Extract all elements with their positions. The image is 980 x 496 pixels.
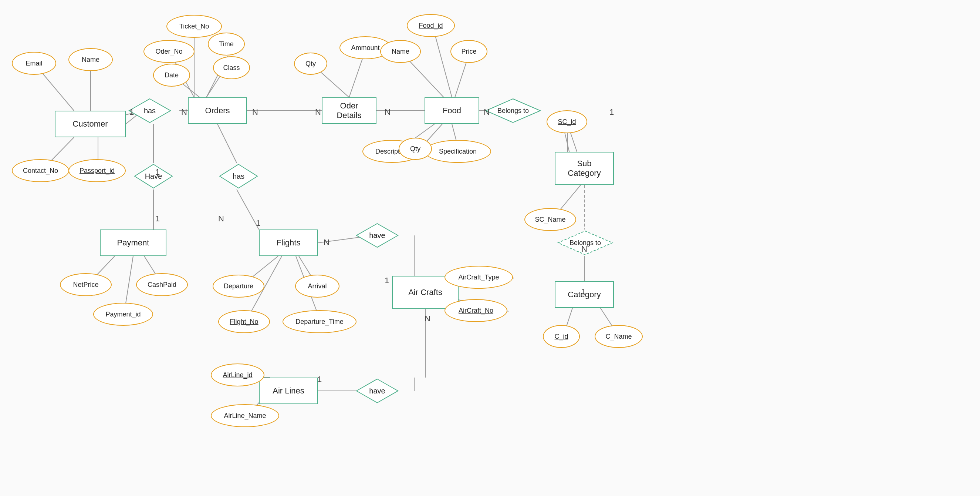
attr-price: Price bbox=[450, 40, 487, 63]
cardinality-n-orders-oderdetails: N bbox=[252, 107, 258, 117]
rel-has1: has bbox=[127, 97, 172, 124]
attr-scid: SC_id bbox=[547, 110, 587, 133]
cardinality-n-orders-has2: N bbox=[218, 214, 224, 223]
cardinality-n-belongs-subcategory: N bbox=[484, 107, 490, 117]
entity-flights: Flights bbox=[259, 230, 318, 256]
rel-have3: have bbox=[355, 378, 399, 404]
attr-departuretime: Departure_Time bbox=[283, 310, 356, 333]
entity-subcategory: Sub Category bbox=[555, 152, 614, 185]
entity-orders: Orders bbox=[188, 97, 247, 124]
attr-name-customer: Name bbox=[68, 48, 113, 71]
attr-arrival: Arrival bbox=[295, 275, 339, 298]
cardinality-1-have-payment: 1 bbox=[155, 214, 160, 223]
attr-qty-food: Qty bbox=[399, 138, 432, 160]
attr-foodid: Food_id bbox=[407, 14, 455, 37]
attr-ticketno: Ticket_No bbox=[166, 15, 222, 38]
attr-passportid: Passport_id bbox=[68, 159, 126, 182]
rel-has2: has bbox=[218, 163, 259, 190]
attr-contactno: Contact_No bbox=[12, 159, 69, 182]
attr-airlinename: AirLine_Name bbox=[211, 404, 279, 427]
attr-cashpaid: CashPaid bbox=[136, 273, 188, 296]
entity-customer: Customer bbox=[55, 111, 126, 137]
entity-oderdetails: Oder Details bbox=[322, 97, 377, 124]
cardinality-n-oderdetails-food: N bbox=[315, 107, 321, 117]
attr-cname: C_Name bbox=[595, 325, 643, 348]
attr-name-food: Name bbox=[380, 40, 421, 63]
cardinality-n-flights-have2: N bbox=[324, 238, 329, 247]
erd-diagram: Customer Orders Oder Details Food Paymen… bbox=[0, 0, 980, 496]
attr-cid: C_id bbox=[543, 325, 580, 348]
attr-time: Time bbox=[208, 33, 245, 56]
svg-line-38 bbox=[218, 124, 237, 163]
entity-food: Food bbox=[425, 97, 479, 124]
attr-airlineid: AirLine_id bbox=[211, 364, 264, 386]
attr-specification: Specification bbox=[425, 140, 491, 163]
cardinality-1-have2-aircrafts: 1 bbox=[385, 276, 389, 285]
cardinality-1-has2-flights: 1 bbox=[256, 218, 260, 228]
cardinality-n-has-orders: N bbox=[181, 107, 187, 117]
attr-aircrafttype: AirCraft_Type bbox=[444, 266, 513, 289]
cardinality-n-food-belongs: N bbox=[385, 107, 391, 117]
attr-netprice: NetPrice bbox=[60, 273, 112, 296]
rel-have1: Have bbox=[133, 163, 174, 190]
rel-have2: have bbox=[355, 222, 399, 249]
svg-line-16 bbox=[433, 26, 452, 97]
entity-airlines: Air Lines bbox=[259, 378, 318, 404]
cardinality-1-belongs2-category: 1 bbox=[581, 287, 586, 297]
rel-belongsto1: Belongs to bbox=[484, 97, 542, 124]
entity-payment: Payment bbox=[100, 230, 166, 256]
attr-date: Date bbox=[153, 64, 190, 87]
attr-departure: Departure bbox=[213, 275, 264, 298]
cardinality-n-aircrafts-have3: N bbox=[425, 314, 430, 324]
attr-qty-oderdetails: Qty bbox=[294, 53, 327, 75]
attr-email: Email bbox=[12, 52, 56, 75]
cardinality-1-subcategory-belongs: 1 bbox=[609, 107, 614, 117]
cardinality-1-airlines-have3: 1 bbox=[317, 375, 322, 384]
attr-flightno: Flight_No bbox=[218, 310, 270, 333]
svg-line-39 bbox=[237, 190, 259, 230]
attr-class: Class bbox=[213, 56, 250, 79]
attr-paymentid: Payment_id bbox=[93, 303, 153, 326]
attr-aircraftno: AirCraft_No bbox=[444, 299, 508, 322]
attr-oderno: Oder_No bbox=[143, 40, 194, 63]
cardinality-1-customer-has: 1 bbox=[129, 107, 134, 117]
attr-scname: SC_Name bbox=[524, 208, 576, 231]
